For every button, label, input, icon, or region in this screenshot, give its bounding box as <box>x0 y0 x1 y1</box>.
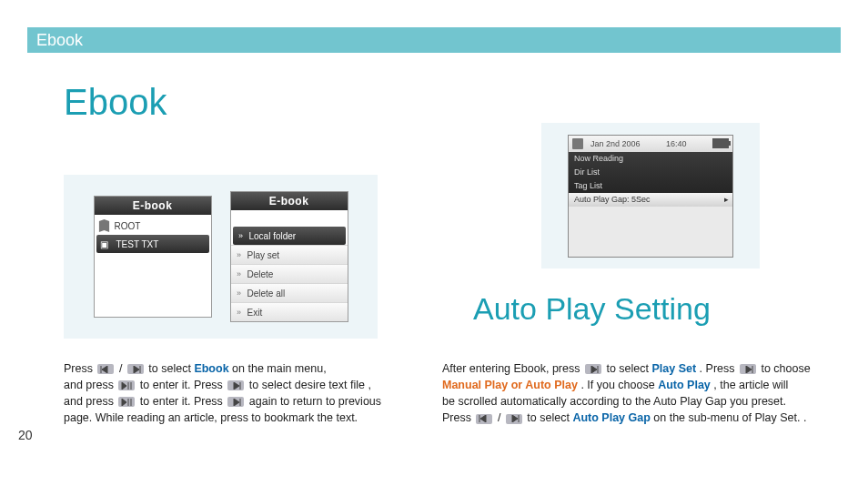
keyword-auto-play-gap: Auto Play Gap <box>572 411 650 424</box>
keyword-playset: Play Set <box>651 362 696 375</box>
status-date: Jan 2nd 2006 <box>590 139 641 148</box>
keyword-ebook: Ebook <box>194 362 228 375</box>
header-band: Ebook <box>27 27 841 53</box>
play-pause-icon <box>118 380 135 390</box>
menu-item-label: Auto Play Gap: 5Sec <box>574 195 651 204</box>
text: to select <box>606 362 651 375</box>
menu-item-label: Delete <box>247 269 274 279</box>
status-time: 16:40 <box>666 139 687 148</box>
text: on the main menu, <box>232 362 327 375</box>
book-icon <box>572 138 583 149</box>
doc-icon: ▣ <box>100 239 113 249</box>
text: . Press <box>700 362 738 375</box>
device-autoplay-menu: Now Reading Dir List Tag List Auto Play … <box>569 152 732 207</box>
device-panel-file-browser: E-book ROOT ▣ TEST TXT <box>94 196 212 318</box>
next-track-icon <box>740 364 756 374</box>
text: After entering Ebook, press <box>442 362 583 375</box>
text: and press <box>64 379 116 391</box>
text: . If you choose <box>580 379 658 391</box>
menu-item: » Delete all <box>231 283 348 302</box>
chevron-right-icon: ▸ <box>724 195 729 204</box>
instruction-paragraph-right: After entering Ebook, press to select Pl… <box>442 360 847 427</box>
chevron-icon: » <box>237 231 246 240</box>
keyword-manual-auto-play: Manual Play or Auto Play <box>442 379 578 391</box>
menu-item: Now Reading <box>569 152 732 166</box>
text: Press <box>442 411 474 424</box>
menu-item-label: Play set <box>247 250 280 260</box>
device-panel-title: E-book <box>95 197 211 215</box>
text: to choose <box>761 362 810 375</box>
menu-item: Dir List <box>569 166 732 179</box>
next-track-icon <box>227 397 244 407</box>
battery-icon <box>712 138 729 148</box>
text: page. While reading an article, press to… <box>64 411 358 424</box>
text: / <box>498 411 504 424</box>
menu-item: Tag List <box>569 179 732 193</box>
text: to select <box>148 362 194 375</box>
next-track-icon <box>227 380 244 390</box>
chevron-icon: » <box>235 289 244 298</box>
list-item-label: ROOT <box>115 221 141 231</box>
header-section-label: Ebook <box>36 31 83 50</box>
chevron-icon: » <box>235 269 244 278</box>
next-track-icon <box>585 364 601 374</box>
text: , the article will <box>713 379 788 391</box>
device-panel-autoplay: Jan 2nd 2006 16:40 Now Reading Dir List … <box>568 135 733 258</box>
device-panel2-body: » Local folder » Play set » Delete » Del… <box>231 210 348 321</box>
menu-item-label: Tag List <box>574 181 602 190</box>
menu-item-selected: Auto Play Gap: 5Sec ▸ <box>569 193 732 207</box>
chevron-icon: » <box>235 250 244 259</box>
next-track-icon <box>127 364 144 374</box>
text: to select desire text file , <box>249 379 371 391</box>
device-panel-menu: E-book » Local folder » Play set » Delet… <box>230 191 348 322</box>
chevron-icon: » <box>235 308 244 317</box>
next-track-icon <box>506 414 522 424</box>
menu-item: » Delete <box>231 264 348 283</box>
text: and press <box>64 395 116 408</box>
manual-page: Ebook Ebook E-book ROOT ▣ TEST TXT E-boo… <box>0 0 868 486</box>
ebook-screenshot-card: E-book ROOT ▣ TEST TXT E-book » Local fo… <box>64 175 378 339</box>
keyword-autoplay: Auto Play <box>658 379 711 391</box>
text: to enter it. Press <box>140 395 226 408</box>
text: be scrolled automatically according to t… <box>442 395 786 408</box>
text: / <box>119 362 126 375</box>
prev-track-icon <box>97 364 114 374</box>
menu-item: » Play set <box>231 245 348 264</box>
text: Press <box>64 362 96 375</box>
page-number: 20 <box>18 428 33 442</box>
menu-item-selected: » Local folder <box>233 227 346 245</box>
text: again to return to previous <box>249 395 381 408</box>
text: to enter it. Press <box>140 379 226 391</box>
list-item-selected: ▣ TEST TXT <box>96 235 209 253</box>
menu-item: » Exit <box>231 302 348 321</box>
prev-track-icon <box>476 414 492 424</box>
menu-item-label: Dir List <box>574 167 600 177</box>
text: on the sub-menu of Play Set. . <box>653 411 806 424</box>
menu-item-label: Exit <box>247 308 263 318</box>
menu-item-label: Delete all <box>247 289 286 299</box>
section-title-ebook: Ebook <box>64 82 167 123</box>
list-item-label: TEST TXT <box>116 239 159 249</box>
section-title-autoplay: Auto Play Setting <box>473 291 711 327</box>
device-panel1-body: ROOT ▣ TEST TXT <box>95 215 211 317</box>
list-item: ROOT <box>95 217 211 235</box>
menu-item-label: Now Reading <box>574 154 623 163</box>
play-pause-icon <box>118 397 135 407</box>
instruction-paragraph-left: Press / to select Ebook on the main menu… <box>64 360 400 427</box>
book-icon <box>98 219 111 232</box>
menu-item-label: Local folder <box>249 231 297 241</box>
status-bar: Jan 2nd 2006 16:40 <box>569 136 732 152</box>
device-panel-title: E-book <box>231 192 348 210</box>
text: to select <box>527 411 572 424</box>
autoplay-screenshot-card: Jan 2nd 2006 16:40 Now Reading Dir List … <box>541 123 760 268</box>
